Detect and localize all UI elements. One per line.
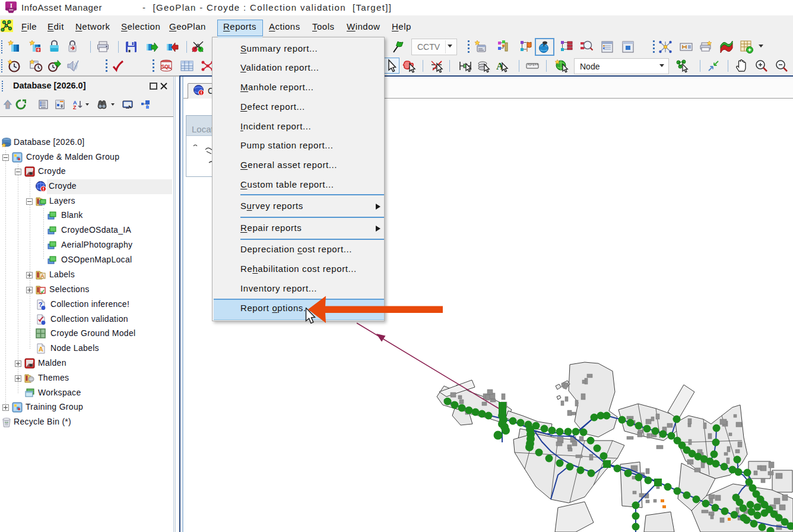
svg-text:I: I <box>10 2 12 9</box>
svg-text:SQL: SQL <box>161 64 171 69</box>
svg-text:A: A <box>40 273 45 279</box>
svg-text:Z: Z <box>73 104 77 110</box>
svg-text:A: A <box>39 346 43 353</box>
